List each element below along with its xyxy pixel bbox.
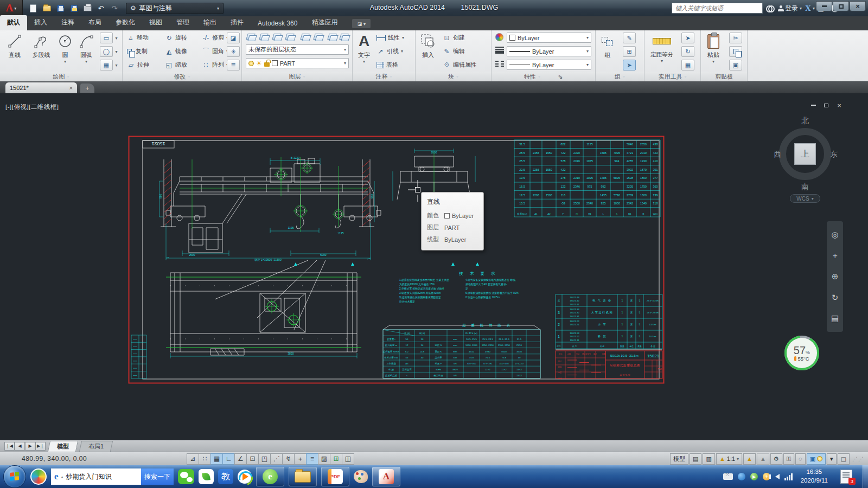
steering-wheel-icon[interactable]: ◎ (831, 230, 838, 240)
offset-button[interactable]: ≣ (227, 60, 240, 70)
scale-button[interactable]: ◱缩放 (165, 61, 187, 69)
ellipse-flyout[interactable]: ▾ (113, 46, 119, 57)
taskbar-wechat[interactable] (178, 467, 194, 486)
taskbar-search-button[interactable]: 搜索一下 (141, 468, 174, 485)
system-monitor-gauge[interactable]: 57% 55°C (784, 335, 820, 371)
mirror-button[interactable]: ◭镜像 (165, 47, 187, 55)
insert-block-button[interactable]: 插入 (417, 31, 439, 59)
taskbar-360-browser[interactable]: e (256, 467, 284, 486)
hatch-flyout[interactable]: ▾ (113, 60, 119, 70)
layer-state-dropdown[interactable]: 未保存的图层状态▾ (246, 44, 349, 55)
prev-tab-button[interactable]: ◀ (15, 442, 25, 451)
ribbon-display-toggle[interactable]: ◪ ▾ (352, 19, 371, 28)
toggle-snap-mode[interactable]: ∷ (199, 453, 211, 465)
taskbar-tencent-video[interactable] (238, 467, 252, 486)
tab-autodesk360[interactable]: Autodesk 360 (251, 17, 304, 30)
resize-grip[interactable]: ⋰⋰ (851, 456, 866, 462)
line-button[interactable]: 直线 (2, 31, 27, 59)
zoom-icon[interactable]: ⊕ (832, 272, 839, 281)
toggle-lineweight[interactable]: ≡ (306, 453, 318, 465)
paste-button[interactable]: 粘贴▾ (702, 31, 725, 64)
doc-restore-button[interactable] (822, 102, 830, 108)
arc-button[interactable]: 圆弧▾ (75, 31, 98, 64)
wcs-dropdown[interactable]: WCS▾ (790, 194, 820, 203)
hatch-button[interactable]: ▦ (100, 60, 113, 70)
tab-insert[interactable]: 插入 (27, 15, 54, 30)
workspace-switching-button[interactable]: ⚙ (770, 453, 782, 465)
toggle-dynamic-ucs[interactable]: ↯ (282, 453, 295, 465)
rectangle-button[interactable]: ▭ (100, 33, 113, 43)
tab-annotate[interactable]: 注释 (54, 15, 81, 30)
orbit-icon[interactable]: ↻ (832, 293, 839, 303)
copy-clip-button[interactable] (729, 46, 742, 57)
erase-button[interactable]: ◪ (227, 33, 240, 43)
taskbar-search-box[interactable]: e ▴ 炒期货入门知识 (51, 468, 141, 485)
lineweight-icon[interactable] (495, 47, 504, 54)
quick-select-button[interactable]: ➤ (681, 33, 694, 43)
pan-icon[interactable]: ＋ (831, 251, 839, 261)
exchange-apps-button[interactable]: X▾ (805, 4, 815, 13)
rectangle-flyout[interactable]: ▾ (113, 33, 119, 43)
save-button[interactable] (55, 3, 65, 13)
tab-featured-apps[interactable]: 精选应用 (304, 15, 344, 30)
tab-layout[interactable]: 布局 (81, 15, 108, 30)
tab-default[interactable]: 默认 (0, 15, 27, 30)
tab-parametric[interactable]: 参数化 (108, 15, 142, 30)
application-menu-button[interactable]: A ▾ (0, 0, 23, 16)
panel-title-clipboard[interactable]: 剪贴板 (701, 72, 747, 81)
leader-button[interactable]: ↗引线▾ (376, 47, 403, 55)
explode-button[interactable]: ✳ (227, 46, 240, 57)
panel-title-properties[interactable]: 特性▾⇘ (492, 72, 595, 81)
start-button[interactable] (3, 465, 26, 488)
open-file-button[interactable] (42, 3, 52, 13)
model-space-button[interactable]: 模型 (670, 453, 688, 465)
doc-close-button[interactable]: × (835, 102, 843, 108)
last-tab-button[interactable]: ▶❘ (35, 442, 46, 451)
panel-title-groups[interactable]: 组▾ (596, 72, 644, 81)
clean-screen-button[interactable]: ▢ (838, 453, 850, 465)
polyline-button[interactable]: 多段线 (27, 31, 55, 59)
cad-drawing[interactable]: 15021 (128, 136, 665, 385)
ungroup-button[interactable]: ✎ (623, 33, 636, 43)
array-button[interactable]: ∷阵列▾ (202, 61, 228, 69)
taskbar-pdf-app[interactable]: PDF (321, 467, 349, 486)
taskbar-autocad[interactable]: A (372, 467, 400, 486)
toggle-transparency[interactable]: ▨ (318, 453, 330, 465)
tab-plugins[interactable]: 插件 (224, 15, 251, 30)
layer-dropdown[interactable]: ☀ PART▾ (246, 58, 349, 68)
toggle-grid-display[interactable]: ▦ (210, 453, 223, 465)
hardware-acceleration-button[interactable]: ▣ (807, 453, 826, 465)
taskbar-jiao-app[interactable]: 教 (218, 467, 233, 486)
toggle-infer-constraints[interactable]: ⊿ (187, 453, 199, 465)
compass-east[interactable]: 东 (830, 150, 838, 159)
network-icon[interactable] (784, 473, 793, 480)
tray-notes-icon[interactable]: 3 (840, 470, 852, 484)
toggle-dynamic-input[interactable]: ＋ (294, 453, 307, 465)
quick-calc-button[interactable]: ▦ (681, 60, 694, 70)
view-cube-top-face[interactable]: 上 (794, 143, 816, 165)
sign-in-button[interactable]: 登录 ▾ (778, 4, 802, 13)
circle-button[interactable]: 圆▾ (55, 31, 75, 64)
new-file-button[interactable] (28, 3, 38, 13)
group-selection-toggle[interactable]: ➤ (623, 60, 636, 70)
toggle-ortho-mode[interactable]: ∟ (222, 453, 235, 465)
maximize-button[interactable] (833, 1, 849, 11)
status-menu-caret[interactable]: ▾ (827, 453, 837, 465)
copy-button[interactable]: 复制 (127, 47, 148, 55)
linetype-icon[interactable] (495, 61, 504, 67)
taskbar-explorer[interactable] (289, 467, 317, 486)
undo-button[interactable]: ↶ (96, 3, 106, 13)
tab-output[interactable]: 输出 (196, 15, 224, 30)
tab-manage[interactable]: 管理 (169, 15, 196, 30)
isolate-objects-button[interactable]: ◌ (795, 453, 806, 465)
doc-minimize-button[interactable] (809, 102, 817, 108)
file-tab-close-icon[interactable]: × (69, 85, 73, 91)
stretch-button[interactable]: ▱拉伸 (127, 61, 149, 69)
point-style-button[interactable]: ↻ (681, 46, 694, 57)
linear-dim-button[interactable]: 线性▾ (376, 34, 404, 42)
toggle-3d-object-snap[interactable]: ◳ (258, 453, 271, 465)
search-binoculars-icon[interactable] (766, 5, 775, 11)
linetype-dropdown[interactable]: ByLayer▾ (507, 60, 591, 70)
group-edit-button[interactable]: ⊞ (623, 46, 636, 57)
trim-button[interactable]: -/-修剪▾ (202, 34, 228, 42)
